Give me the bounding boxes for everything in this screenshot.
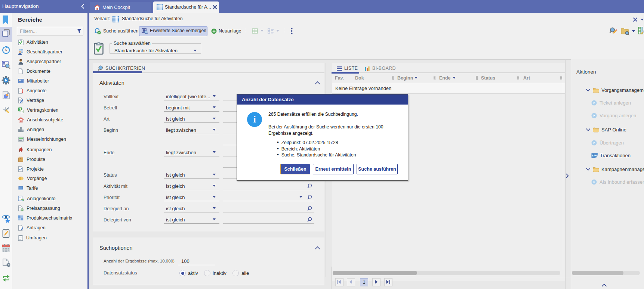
svg-text:SAP: SAP: [592, 154, 597, 157]
svg-text:%: %: [21, 198, 24, 202]
svg-text:$: $: [19, 108, 21, 111]
